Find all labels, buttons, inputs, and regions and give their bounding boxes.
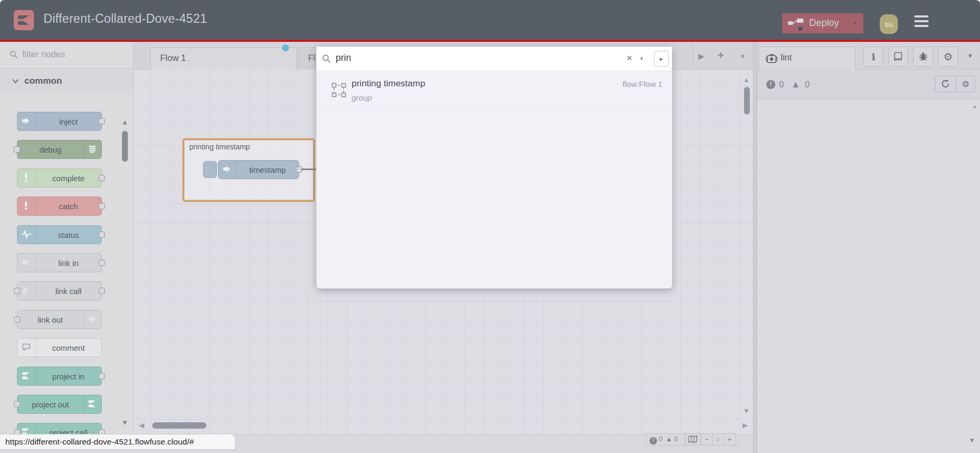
lint-actions: ⚙ [935, 76, 975, 92]
canvas-scroll-up-icon[interactable]: ▲ [743, 76, 750, 84]
palette-node-label: link in [27, 259, 110, 268]
node-output-port[interactable] [99, 232, 105, 238]
palette-node-comment[interactable]: comment [17, 338, 102, 357]
sidebar-scroll-up-icon[interactable]: ▲ [972, 103, 977, 109]
node-output-port[interactable] [99, 373, 105, 379]
book-icon [893, 51, 904, 62]
palette-node-label: project in [27, 372, 110, 381]
zoom-controls: −○+ [701, 433, 736, 446]
canvas-scroll-right-icon[interactable]: ▶ [742, 421, 748, 429]
canvas-hscrollbar-thumb[interactable] [152, 422, 206, 429]
palette-node-link-call[interactable]: link call [17, 281, 102, 300]
palette-scroll-down-icon[interactable]: ▼ [121, 419, 128, 426]
zoom-in-button[interactable]: + [724, 434, 735, 445]
sidebar-tab-config-button[interactable]: ⚙ [938, 47, 958, 67]
inject-trigger-button[interactable] [203, 161, 217, 178]
palette-node-link-out[interactable]: link out [17, 310, 102, 329]
sidebar-tab-info-button[interactable]: i [863, 47, 883, 67]
tab-scroll-right-icon[interactable]: ▶ [698, 52, 704, 60]
node-label: timestamp [237, 165, 299, 174]
node-input-port[interactable] [14, 146, 20, 153]
palette-node-project-in[interactable]: project in [17, 367, 102, 386]
node-output-port[interactable] [99, 288, 105, 294]
palette-node-complete[interactable]: complete [17, 168, 102, 188]
warning-triangle-icon: ▲ [666, 435, 672, 443]
lint-toolbar: ! 0 ▲ 0 ⚙ [757, 69, 980, 99]
palette-node-label: catch [27, 202, 110, 211]
zoom-reset-button[interactable]: ○ [713, 434, 724, 445]
node-input-port[interactable] [14, 401, 20, 407]
footer-warning-count: 0 [674, 435, 678, 443]
node-input-port[interactable] [14, 288, 20, 294]
gear-icon: ⚙ [943, 51, 953, 63]
error-circle-icon: ! [650, 437, 657, 445]
tab-controls: ▶ + ▼ [693, 42, 753, 69]
palette-node-debug[interactable]: debug [17, 140, 102, 159]
sidebar-collapse-caret-icon[interactable]: ▼ [969, 437, 975, 444]
search-input[interactable]: prin × ▾ ▸ [317, 47, 672, 71]
refresh-icon [941, 79, 950, 88]
canvas-vscrollbar-thumb[interactable] [744, 87, 750, 114]
node-output-port[interactable] [99, 118, 105, 125]
lint-settings-button[interactable]: ⚙ [956, 76, 975, 92]
palette-filter-input[interactable]: filter nodes [0, 42, 134, 68]
search-result-type: group [352, 93, 372, 102]
group-icon [331, 83, 346, 97]
palette-scrollbar-thumb[interactable] [122, 131, 128, 162]
palette: filter nodes common injectdebugcompletec… [0, 42, 134, 434]
palette-node-project-call[interactable]: project call [17, 423, 102, 434]
sidebar-tab-lint[interactable]: lint [759, 47, 855, 69]
palette-scroll-up-icon[interactable]: ▲ [121, 119, 128, 126]
sidebar-tab-debug-button[interactable] [913, 47, 933, 67]
search-options-button[interactable]: ▸ [654, 51, 669, 67]
palette-node-label: comment [27, 343, 110, 352]
tab-flow-1[interactable]: Flow 1 [150, 47, 297, 69]
palette-node-status[interactable]: status [17, 225, 102, 244]
search-history-caret-icon[interactable]: ▾ [640, 55, 643, 62]
main-menu-icon[interactable] [914, 15, 929, 27]
palette-category-label: common [24, 76, 62, 86]
tab-flow-2-label: Fl [308, 53, 316, 63]
inject-arrow-icon [218, 161, 237, 179]
lint-error-circle-icon: ! [766, 80, 775, 89]
tab-flow-1-label: Flow 1 [160, 53, 186, 63]
gear-icon: ⚙ [962, 79, 969, 88]
flow-list-caret-icon[interactable]: ▼ [740, 53, 746, 59]
palette-node-project-out[interactable]: project out [17, 395, 102, 414]
node-output-port[interactable] [99, 175, 105, 181]
palette-node-label: debug [8, 145, 92, 154]
deploy-options-caret-icon[interactable]: ▼ [852, 20, 858, 26]
lint-refresh-button[interactable] [935, 76, 955, 92]
lint-medkit-icon [766, 54, 777, 64]
palette-node-link-in[interactable]: link in [17, 253, 102, 272]
palette-node-catch[interactable]: catch [17, 197, 102, 216]
sidebar-menu-caret-icon[interactable]: ▼ [967, 52, 973, 59]
node-output-port[interactable] [99, 260, 105, 266]
zoom-out-button[interactable]: − [702, 434, 713, 445]
palette-filter-placeholder: filter nodes [22, 49, 65, 59]
canvas-scroll-down-icon[interactable]: ▼ [743, 407, 750, 415]
footer-error-count: 0 [659, 435, 662, 443]
bug-icon [918, 51, 929, 62]
palette-node-inject[interactable]: inject [17, 112, 102, 131]
node-output-port[interactable] [99, 203, 105, 209]
search-results-list: printing timestamp flow:Flow 1 group [317, 71, 672, 288]
flow-modified-dot [282, 45, 289, 51]
add-flow-icon[interactable]: + [718, 49, 724, 61]
canvas-scroll-left-icon[interactable]: ◀ [139, 421, 144, 429]
deploy-modified-indicator [798, 27, 802, 31]
palette-node-label: status [27, 230, 110, 239]
sidebar-tab-help-button[interactable] [888, 47, 908, 67]
inject-node-timestamp[interactable]: timestamp [218, 160, 299, 179]
palette-node-label: project out [8, 400, 92, 409]
group-label: printing timestamp [189, 143, 250, 151]
node-input-port[interactable] [14, 316, 20, 323]
search-clear-icon[interactable]: × [627, 53, 632, 64]
deploy-button[interactable]: Deploy ▼ [782, 13, 863, 33]
user-avatar[interactable]: su [880, 14, 898, 34]
navigator-map-button[interactable] [686, 433, 701, 446]
sidebar-resize-handle[interactable] [753, 42, 757, 453]
footer-status-counts[interactable]: !0▲0 [646, 433, 685, 446]
palette-category-common[interactable]: common [0, 68, 134, 94]
search-result-item[interactable]: printing timestamp flow:Flow 1 group [317, 71, 672, 110]
